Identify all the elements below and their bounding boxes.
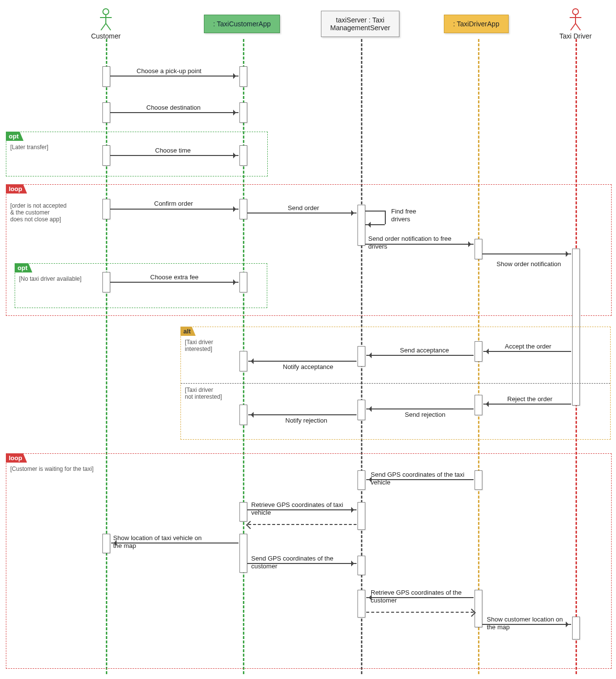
message-label: Accept the order [505,343,551,350]
message-label: Choose a pick-up point [137,67,201,75]
activation-bar [358,205,365,246]
guard: [Taxi driver interested] [185,339,213,352]
message-label: Retrieve GPS coordinates of taxi vehicle [251,501,349,517]
activation-bar [475,341,482,362]
message-arrow [366,355,474,356]
return-arrow [366,612,474,613]
activation-bar [239,199,247,219]
actor-label: Taxi Driver [546,32,605,40]
frame-tag: loop [6,184,27,194]
frame-tag: loop [6,453,27,463]
activation-bar [475,470,482,490]
activation-bar [239,351,247,371]
svg-point-0 [103,9,109,15]
svg-line-9 [576,23,580,30]
message-label: Send order notification to free drivers [368,235,471,251]
message-label: Send rejection [405,411,445,418]
message-arrow [110,76,238,77]
activation-bar [102,199,110,219]
lifeline-header: : TaxiDriverApp [444,15,509,33]
message-arrow [248,414,357,415]
svg-point-5 [573,9,578,15]
message-label: Notify acceptance [283,363,333,370]
actor-driver: Taxi Driver [546,8,605,40]
activation-bar [475,395,482,415]
activation-bar [358,502,365,530]
guard: [Customer is waiting for the taxi] [10,466,94,472]
guard: [Later transfer] [10,144,48,151]
activation-bar [102,102,110,123]
message-label: Notify rejection [285,417,327,424]
svg-line-4 [106,23,111,30]
message-label: Show order notification [497,260,561,268]
guard: [order is not accepted & the customer do… [10,202,66,223]
message-label: Choose time [155,147,191,154]
frame-opt: opt [No taxi driver available] [15,263,267,308]
activation-bar [358,590,365,618]
guard: [No taxi driver available] [19,275,81,282]
activation-bar [239,145,247,166]
message-label: Send acceptance [400,347,449,354]
message-label: Find free drivers [391,208,430,224]
message-label: Show location of taxi vehicle on the map [113,534,211,550]
message-arrow [483,404,571,405]
activation-bar [239,272,247,292]
message-arrow [248,361,357,362]
activation-bar [239,534,247,573]
message-label: Reject the order [507,395,553,403]
guard: [Taxi driver not interested] [185,387,222,400]
frame-tag: opt [6,132,23,141]
frame-opt: opt [Later transfer] [6,132,268,176]
sequence-diagram: Customer : TaxiCustomerApp taxiServer : … [0,0,616,679]
message-label: Choose extra fee [150,273,199,281]
activation-bar [102,534,110,553]
message-label: Choose destination [146,104,200,111]
frame-tag: opt [15,263,32,272]
actor-customer: Customer [77,8,135,40]
lifeline-header: : TaxiCustomerApp [204,15,280,33]
activation-bar [358,400,365,420]
activation-bar [102,272,110,292]
frame-tag: alt [180,327,196,336]
message-label: Send GPS coordinates of the customer [251,555,349,571]
message-arrow [110,112,238,113]
message-label: Send order [288,204,319,212]
stick-figure-icon [98,8,114,31]
actor-label: Customer [77,32,135,40]
message-label: Send GPS coordinates of the taxi vehicle [371,471,468,487]
svg-line-3 [101,23,106,30]
activation-bar [239,66,247,87]
lifeline-header: taxiServer : TaxiManagementServer [321,11,399,37]
message-arrow [247,213,357,213]
activation-bar [102,66,110,87]
stick-figure-icon [568,8,583,31]
message-label: Confirm order [154,200,193,207]
message-arrow [110,155,238,156]
svg-line-8 [571,23,576,30]
activation-bar [358,470,365,490]
activation-bar [358,556,365,575]
message-label: Show customer location on the map [487,616,570,632]
return-arrow [248,524,357,525]
activation-bar [358,346,365,367]
alt-divider [181,383,610,384]
message-label: Retrieve GPS coordinates of the customer [371,589,468,605]
activation-bar [239,405,247,425]
activation-bar [475,590,482,627]
message-arrow [482,253,571,254]
activation-bar [102,145,110,166]
activation-bar [239,102,247,123]
message-arrow [483,351,571,352]
message-arrow [110,282,238,283]
activation-bar [475,239,482,259]
activation-bar [239,502,247,522]
message-arrow [366,408,474,409]
message-arrow [110,209,238,210]
activation-bar [572,617,580,640]
